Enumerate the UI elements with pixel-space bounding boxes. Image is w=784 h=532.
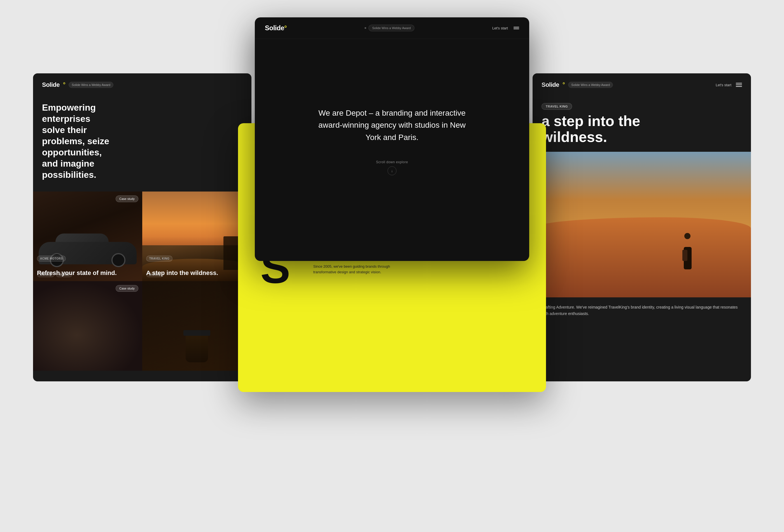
tag-branding: Branding (37, 272, 54, 277)
center-hamburger-line-2 (513, 29, 519, 29)
case-study-badge-rings: Case study (116, 285, 138, 292)
coffee-lid (184, 330, 210, 336)
case-item-car[interactable]: Case study ACME MOTORS Refresh your stat… (33, 192, 142, 281)
card-right-header-left: Solide° Solide Wins a Webby Award (541, 81, 613, 88)
dot-separator (365, 27, 366, 29)
case-item-desert[interactable]: TRAVEL KING A step into the wildness. Br… (142, 192, 251, 281)
card-right-nav: Let's start (716, 83, 742, 87)
center-lets-start[interactable]: Let's start (492, 26, 508, 30)
card-right-logo: Solide (541, 81, 559, 88)
tag-branding-desert: Branding (146, 272, 164, 277)
card-left-logo-dot: ° (63, 81, 65, 88)
case-desert-bg (142, 192, 251, 281)
center-hamburger[interactable] (513, 27, 519, 29)
case-item-coffee[interactable] (142, 281, 251, 371)
card-left-header: Solide° Solide Wins a Webby Award (33, 73, 251, 96)
center-header-middle: Solide Wins a Webby Award (365, 25, 414, 31)
card-right-bottom-text: Crafting Adventure. We've reimagined Tra… (533, 297, 751, 321)
card-right-logo-dot: ° (562, 81, 565, 88)
card-right-lets-start[interactable]: Let's start (716, 83, 731, 87)
car-wheel-right (111, 253, 125, 267)
card-left-badge: Solide Wins a Webby Award (68, 82, 113, 88)
card-left-logo: Solide (42, 81, 60, 88)
card-right-travel-badge: TRAVEL KING (541, 103, 572, 110)
card-right-hamburger[interactable] (736, 83, 742, 87)
hamburger-line-3 (736, 86, 742, 87)
case-brand-travel: TRAVEL KING (146, 256, 172, 261)
case-tags-desert: Branding (146, 272, 164, 277)
card-left-hero-text: Empowering enterprises solve their probl… (33, 96, 123, 189)
scroll-down-arrow: ↓ (388, 166, 396, 175)
center-hero-text: We are Depot – a branding and interactiv… (316, 107, 468, 143)
center-badge: Solide Wins a Webby Award (368, 25, 414, 31)
right-desert-dune (533, 217, 751, 297)
scroll-down-button[interactable]: Scroll down explore ↓ (376, 160, 408, 175)
card-right-desert (533, 152, 751, 297)
center-dark-hero: We are Depot – a branding and interactiv… (255, 39, 529, 238)
tag-website: Website (56, 272, 72, 277)
center-logo-text: Solide (265, 24, 284, 32)
center-dark-header: Solide° Solide Wins a Webby Award Let's … (255, 17, 529, 39)
case-item-rings[interactable]: Case study (33, 281, 142, 371)
card-right-hero: a step into thewildness. (533, 113, 751, 145)
case-rings-bg (33, 281, 142, 371)
hamburger-line-2 (736, 85, 742, 85)
case-coffee-bg (142, 281, 251, 371)
figure-head (684, 233, 691, 239)
desert-figure (223, 236, 240, 270)
case-brand-acme: ACME MOTORS (37, 256, 66, 261)
case-study-badge: Case study (116, 195, 138, 202)
helping-brands-desc: Since 2005, we've been guiding brands th… (313, 264, 409, 276)
case-car-bg (33, 192, 142, 281)
card-center-dark: Solide° Solide Wins a Webby Award Let's … (255, 17, 529, 261)
scroll-down-label: Scroll down explore (376, 160, 408, 164)
figure-pack (682, 250, 688, 261)
case-tags-car: Branding Website (37, 272, 72, 277)
card-left-cases: Case study ACME MOTORS Refresh your stat… (33, 192, 251, 371)
card-right-badge: Solide Wins a Webby Award (568, 82, 613, 88)
card-left: Solide° Solide Wins a Webby Award Empowe… (33, 73, 251, 381)
center-header-right: Let's start (492, 26, 519, 30)
hamburger-line-1 (736, 83, 742, 83)
card-right-header: Solide° Solide Wins a Webby Award Let's … (533, 73, 751, 96)
coffee-cup (186, 334, 208, 362)
center-logo: Solide° (265, 24, 287, 32)
center-logo-dot: ° (284, 24, 287, 32)
center-hamburger-line-1 (513, 27, 519, 27)
rings-texture (33, 281, 142, 371)
card-right: Solide° Solide Wins a Webby Award Let's … (533, 73, 751, 381)
right-desert-figure (681, 233, 695, 269)
